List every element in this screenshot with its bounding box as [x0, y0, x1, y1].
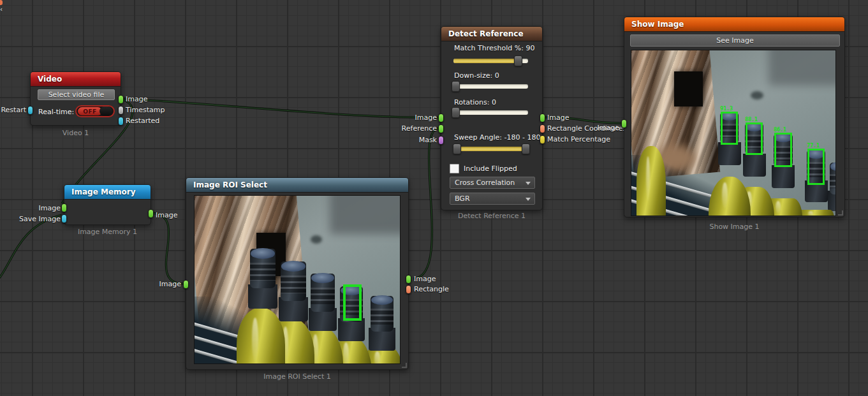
slider-sweep-angle-high-handle[interactable]: [522, 143, 530, 154]
show-image-preview: 91.3 88.1 86.1 77.1: [631, 50, 836, 216]
node-image-roi-select-caption: Image ROI Select 1: [186, 372, 409, 381]
port-show-image-in[interactable]: [621, 119, 627, 128]
port-label-roi-image-in: Image: [159, 280, 181, 288]
detection-box: [774, 133, 792, 167]
roi-rectangle[interactable]: [343, 284, 362, 321]
port-detect-reference-in[interactable]: [438, 124, 444, 133]
chevron-down-icon: [526, 182, 531, 185]
port-detect-mask-in[interactable]: [438, 136, 444, 145]
slider-rotations[interactable]: [453, 110, 528, 115]
port-label-detect-image-out: Image: [547, 114, 569, 122]
port-roi-image-in[interactable]: [183, 280, 189, 289]
port-label-memory-image-in: Image: [39, 204, 61, 212]
port-label-memory-saveimage-in: Save Image: [19, 215, 61, 223]
port-video-timestamp-out[interactable]: [118, 106, 124, 115]
slider-match-threshold-handle[interactable]: [514, 55, 522, 66]
roi-preview-machine-blur: [330, 195, 401, 234]
slider-sweep-angle-fill: [457, 147, 526, 151]
realtime-toggle-knob[interactable]: [99, 106, 112, 116]
port-label-roi-rectangle-out: Rectangle: [414, 285, 449, 293]
detection-box: [721, 112, 738, 145]
include-flipped-checkbox[interactable]: [450, 164, 459, 173]
node-detect-reference-title: Detect Reference: [448, 29, 524, 38]
node-detect-reference-header[interactable]: Detect Reference: [441, 27, 542, 41]
node-detect-reference[interactable]: Detect Reference Match Threshold %: 90 D…: [441, 26, 543, 210]
colorspace-dropdown[interactable]: BGR: [450, 193, 535, 205]
node-image-roi-select-header[interactable]: Image ROI Select: [186, 178, 408, 193]
node-video-title: Video: [38, 75, 62, 84]
port-detect-image-in[interactable]: [438, 114, 444, 122]
port-detect-matchpct-out[interactable]: [540, 135, 545, 144]
port-video-image-out[interactable]: [118, 95, 124, 104]
port-label-roi-image-out: Image: [414, 275, 436, 283]
node-image-memory[interactable]: Image Memory: [64, 184, 151, 225]
offscreen-glyph: ‹: [0, 6, 3, 13]
slider-sweep-angle-low-handle[interactable]: [453, 143, 461, 154]
port-label-detect-image-in: Image: [415, 114, 437, 122]
roi-resize-grip[interactable]: [402, 363, 407, 368]
colorspace-dropdown-value: BGR: [455, 194, 470, 203]
port-label-show-image-in: Image: [598, 124, 619, 132]
method-dropdown[interactable]: Cross Correlation: [450, 177, 535, 189]
offscreen-port: [0, 0, 3, 5]
port-label-video-image: Image: [126, 95, 147, 103]
wire-memory-to-roi: [152, 213, 184, 284]
port-memory-image-out[interactable]: [148, 209, 154, 218]
wire-offscreen-to-saveimage: [0, 215, 62, 286]
node-show-image-caption: Show Image 1: [624, 223, 845, 231]
node-show-image[interactable]: Show Image See Image: [624, 17, 845, 217]
include-flipped-label: Include Flipped: [464, 165, 517, 173]
port-detect-image-out[interactable]: [540, 114, 545, 122]
node-image-roi-select[interactable]: Image ROI Select: [186, 177, 409, 370]
detection-box: [746, 122, 763, 155]
slider-label-match-threshold: Match Threshold %: 90: [454, 44, 534, 52]
show-preview-machine-blur: [769, 50, 836, 85]
detection-score: 77.1: [807, 142, 820, 149]
slider-down-size-handle[interactable]: [452, 81, 460, 92]
slider-rotations-handle[interactable]: [452, 107, 460, 118]
slider-sweep-angle[interactable]: [455, 147, 527, 151]
slider-label-down-size: Down-size: 0: [454, 71, 499, 80]
port-video-restarted-out[interactable]: [118, 117, 124, 126]
port-video-restart-in[interactable]: [27, 106, 33, 115]
realtime-label: Real-time:: [38, 108, 74, 116]
port-label-video-restarted: Restarted: [126, 117, 159, 125]
wire-offscreen-to-saveimage-core: [0, 215, 62, 286]
select-video-file-button[interactable]: Select video file: [38, 89, 115, 100]
port-label-video-timestamp: Timestamp: [126, 106, 165, 114]
port-roi-rectangle-out[interactable]: [406, 285, 411, 294]
slider-label-sweep-angle: Sweep Angle: -180 - 180: [454, 133, 540, 142]
port-label-detect-matchpct-out: Match Percentage: [547, 135, 610, 143]
see-image-button[interactable]: See Image: [630, 34, 840, 47]
port-label-memory-image-out: Image: [156, 211, 177, 219]
node-video-caption: Video 1: [30, 129, 121, 137]
roi-preview-floor-dot: [311, 235, 322, 244]
port-label-restart: Restart: [1, 106, 26, 114]
node-show-image-header[interactable]: Show Image: [624, 17, 844, 32]
node-image-roi-select-title: Image ROI Select: [193, 180, 267, 189]
realtime-toggle-state: OFF: [78, 107, 102, 115]
node-image-memory-header[interactable]: Image Memory: [64, 185, 151, 200]
detection-score: 91.3: [720, 105, 733, 112]
node-video[interactable]: Video Select video file Real-time: OFF: [30, 71, 121, 126]
detection-score: 86.1: [774, 126, 786, 133]
port-label-detect-mask-in: Mask: [419, 136, 437, 144]
show-image-resize-grip[interactable]: [838, 210, 843, 216]
port-memory-saveimage-in[interactable]: [61, 214, 67, 223]
node-image-memory-caption: Image Memory 1: [64, 228, 151, 236]
node-graph-canvas[interactable]: ‹ Video Select video file Real-time: OFF…: [0, 0, 868, 396]
slider-down-size[interactable]: [453, 84, 528, 89]
port-roi-image-out[interactable]: [406, 275, 411, 284]
wire-roi-to-reference: [413, 128, 439, 279]
node-image-memory-title: Image Memory: [71, 187, 136, 196]
method-dropdown-value: Cross Correlation: [455, 179, 515, 187]
show-preview-floor-dot: [751, 91, 763, 99]
realtime-toggle[interactable]: OFF: [75, 105, 115, 117]
port-detect-rectcoords-out[interactable]: [540, 124, 545, 133]
wire-video-to-detect-core: [122, 99, 439, 117]
node-detect-reference-caption: Detect Reference 1: [441, 212, 543, 220]
port-label-detect-reference-in: Reference: [402, 124, 437, 133]
roi-preview-image[interactable]: [194, 195, 401, 364]
port-memory-image-in[interactable]: [61, 203, 67, 212]
node-video-header[interactable]: Video: [31, 72, 121, 87]
